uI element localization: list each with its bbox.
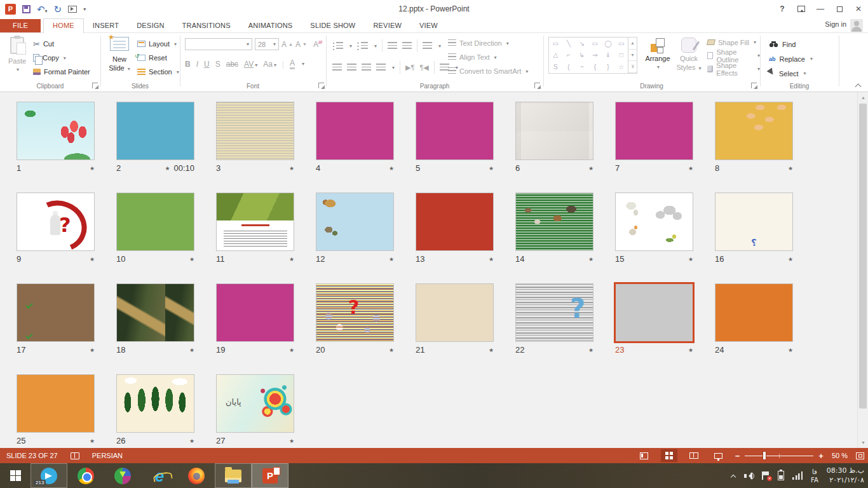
arrange-button[interactable]: Arrange▾: [642, 37, 673, 70]
numbering-icon[interactable]: [357, 42, 368, 50]
language-indicator[interactable]: PERSIAN: [92, 452, 123, 459]
account-avatar[interactable]: [850, 19, 863, 32]
slide-thumbnail-15[interactable]: [615, 193, 693, 251]
slide-show-button[interactable]: [710, 449, 727, 462]
character-spacing-button[interactable]: AV▾: [244, 60, 257, 69]
zoom-in-icon[interactable]: +: [818, 451, 824, 461]
slide-thumbnail-12[interactable]: [316, 193, 394, 251]
taskbar-chrome[interactable]: [67, 463, 104, 488]
font-name-combo[interactable]: ▾: [185, 38, 252, 50]
transition-star-icon[interactable]: ★: [788, 347, 793, 353]
shape-glyph[interactable]: }: [607, 64, 609, 71]
shape-glyph[interactable]: ⇒: [592, 51, 597, 58]
slide-cell-1[interactable]: 1★: [17, 102, 95, 175]
slide-thumbnail-1[interactable]: [17, 102, 95, 160]
shadow-button[interactable]: S: [215, 60, 220, 69]
transition-star-icon[interactable]: ★: [90, 438, 95, 444]
new-slide-button[interactable]: NewSlide ▾: [105, 37, 133, 73]
slide-cell-11[interactable]: 11★: [216, 193, 294, 266]
transition-star-icon[interactable]: ★: [788, 165, 793, 172]
clipboard-dialog-launcher[interactable]: [92, 83, 98, 88]
slide-cell-14[interactable]: 14★: [515, 193, 593, 266]
slide-cell-20[interactable]: ?20★: [316, 283, 394, 357]
transition-star-icon[interactable]: ★: [489, 256, 494, 262]
justify-icon[interactable]: [376, 64, 386, 72]
transition-star-icon[interactable]: ★: [588, 347, 593, 353]
taskbar-idm[interactable]: [104, 463, 141, 488]
clear-formatting-button[interactable]: A: [313, 40, 318, 49]
tab-review[interactable]: REVIEW: [364, 19, 410, 32]
shape-outline-button[interactable]: Shape Outline▾: [707, 49, 760, 62]
language-switcher[interactable]: فاFA: [811, 468, 818, 484]
increase-indent-icon[interactable]: [402, 42, 412, 50]
line-spacing-icon[interactable]: [423, 42, 432, 50]
shape-glyph[interactable]: ~: [580, 64, 584, 71]
transition-star-icon[interactable]: ★: [289, 256, 294, 262]
tab-slide-show[interactable]: SLIDE SHOW: [301, 19, 364, 32]
slide-thumbnail-16[interactable]: ؟: [715, 193, 793, 251]
copy-button[interactable]: Copy▾: [33, 51, 90, 65]
slide-cell-8[interactable]: 8★: [715, 102, 793, 175]
zoom-level[interactable]: 50 %: [832, 452, 848, 459]
slide-thumbnail-4[interactable]: [316, 102, 394, 160]
transition-star-icon[interactable]: ★: [688, 165, 693, 172]
quick-styles-button[interactable]: QuickStyles ▾: [674, 37, 703, 72]
transition-star-icon[interactable]: ★: [688, 347, 693, 353]
slide-sorter-view-button[interactable]: [661, 449, 677, 462]
font-dialog-launcher[interactable]: [318, 83, 324, 88]
transition-star-icon[interactable]: ★: [189, 347, 194, 353]
tab-file[interactable]: FILE: [0, 19, 41, 32]
shape-fill-button[interactable]: Shape Fill▾: [707, 36, 760, 49]
shape-glyph[interactable]: ◯: [604, 40, 611, 47]
scroll-down-icon[interactable]: ▼: [858, 437, 868, 448]
slide-thumbnail-14[interactable]: [515, 193, 593, 251]
taskbar-internet-explorer[interactable]: e: [141, 463, 178, 488]
slide-cell-5[interactable]: 5★: [416, 102, 494, 175]
help-icon[interactable]: ?: [773, 0, 792, 18]
slide-cell-3[interactable]: 3★: [216, 102, 294, 175]
slide-cell-12[interactable]: 12★: [316, 193, 394, 266]
section-button[interactable]: Section▾: [137, 65, 179, 79]
zoom-out-icon[interactable]: −: [735, 451, 740, 461]
zoom-slider[interactable]: [745, 451, 813, 460]
transition-star-icon[interactable]: ★: [389, 347, 394, 353]
reading-view-button[interactable]: [686, 449, 702, 462]
start-slideshow-icon[interactable]: [68, 6, 77, 13]
slide-cell-25[interactable]: 25★: [17, 374, 95, 448]
vertical-scrollbar[interactable]: ▲ ▼: [857, 92, 868, 448]
layout-button[interactable]: Layout▾: [137, 37, 179, 51]
transition-star-icon[interactable]: ★: [289, 165, 294, 172]
taskbar-powerpoint[interactable]: P: [252, 463, 288, 488]
paste-button[interactable]: Paste▾: [6, 37, 28, 86]
reset-button[interactable]: Reset: [137, 51, 179, 65]
slide-thumbnail-24[interactable]: [715, 283, 793, 342]
slide-cell-2[interactable]: 2★00:10: [116, 102, 194, 175]
slide-cell-7[interactable]: 7★: [615, 102, 693, 175]
slide-thumbnail-26[interactable]: [116, 374, 194, 433]
slide-cell-4[interactable]: 4★: [316, 102, 394, 175]
align-right-icon[interactable]: [362, 64, 371, 72]
clock[interactable]: ب.ظ 08:30٢٠٢١/١٢/٠٨: [827, 466, 864, 485]
powerpoint-app-icon[interactable]: P: [5, 4, 16, 15]
customize-qat-icon[interactable]: ▾: [83, 6, 86, 12]
network-signal-icon[interactable]: [792, 471, 803, 480]
transition-star-icon[interactable]: ★: [90, 347, 95, 353]
fit-to-window-icon[interactable]: [856, 452, 864, 459]
transition-star-icon[interactable]: ★: [389, 256, 394, 262]
transition-star-icon[interactable]: ★: [289, 347, 294, 353]
transition-star-icon[interactable]: ★: [788, 256, 793, 262]
shape-glyph[interactable]: S: [553, 64, 558, 71]
save-icon[interactable]: [22, 5, 31, 13]
tab-transitions[interactable]: TRANSITIONS: [173, 19, 240, 32]
restore-icon[interactable]: [830, 0, 849, 18]
decrease-indent-icon[interactable]: [388, 42, 397, 50]
ltr-direction-icon[interactable]: ▶¶: [405, 64, 414, 72]
ribbon-display-options-icon[interactable]: [792, 0, 811, 18]
slide-cell-16[interactable]: ؟16★: [715, 193, 793, 266]
slide-cell-6[interactable]: 6★: [515, 102, 593, 175]
slide-thumbnail-3[interactable]: [216, 102, 294, 160]
slide-thumbnail-6[interactable]: [515, 102, 593, 160]
transition-star-icon[interactable]: ★: [389, 165, 394, 172]
tab-design[interactable]: DESIGN: [128, 19, 173, 32]
align-left-icon[interactable]: [332, 64, 342, 72]
